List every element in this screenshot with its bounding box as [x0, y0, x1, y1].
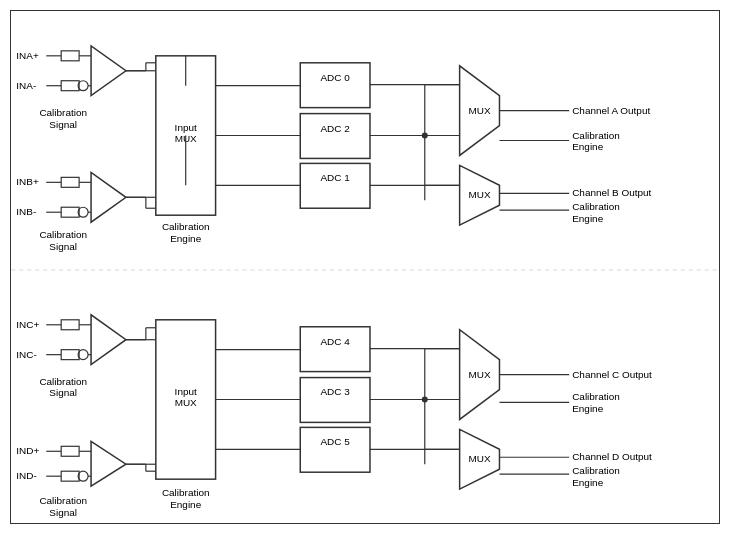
svg-marker-8	[91, 46, 126, 96]
cal-engine-b-label: Calibration	[572, 201, 620, 212]
adc0-label: ADC 0	[320, 72, 350, 83]
ina-plus-label: INA+	[16, 50, 39, 61]
svg-point-69	[422, 396, 428, 402]
cal-signal-b-label2: Signal	[49, 241, 77, 252]
svg-rect-25	[300, 114, 370, 159]
cal-engine-bot-mux-label2: Engine	[170, 499, 201, 510]
svg-rect-63	[300, 378, 370, 423]
channel-c-output-label: Channel C Output	[572, 369, 652, 380]
ina-minus-label: INA-	[16, 80, 36, 91]
cal-signal-d-label: Calibration	[39, 495, 87, 506]
svg-marker-56	[91, 441, 126, 486]
svg-rect-14	[61, 207, 79, 217]
svg-marker-47	[91, 315, 126, 365]
cal-engine-bot-mux-label: Calibration	[162, 487, 210, 498]
cal-engine-d-label: Calibration	[572, 465, 620, 476]
svg-rect-11	[61, 177, 79, 187]
svg-rect-53	[61, 471, 79, 481]
adc4-label: ADC 4	[320, 336, 350, 347]
cal-engine-c-label2: Engine	[572, 403, 603, 414]
svg-rect-26	[300, 163, 370, 208]
ind-plus-label: IND+	[16, 445, 39, 456]
cal-engine-top-mux-label: Calibration	[162, 221, 210, 232]
mux-d-label: MUX	[468, 453, 490, 464]
svg-rect-62	[300, 327, 370, 372]
svg-point-31	[422, 133, 428, 139]
diagram-container: INA+ INA- Calibration Signal INB+ INB-	[10, 10, 720, 524]
channel-d-output-label: Channel D Output	[572, 451, 652, 462]
cal-signal-c-label: Calibration	[39, 376, 87, 387]
channel-b-output-label: Channel B Output	[572, 187, 651, 198]
input-mux-bot-label2: MUX	[175, 397, 197, 408]
cal-signal-d-label2: Signal	[49, 507, 77, 518]
adc2-label: ADC 2	[320, 123, 350, 134]
cal-signal-a-label2: Signal	[49, 119, 77, 130]
svg-rect-2	[61, 51, 79, 61]
ind-minus-label: IND-	[16, 470, 36, 481]
cal-engine-c-label: Calibration	[572, 391, 620, 402]
input-mux-bot-label: Input	[175, 386, 197, 397]
cal-signal-a-label: Calibration	[39, 107, 87, 118]
svg-rect-50	[61, 446, 79, 456]
inc-plus-label: INC+	[16, 319, 39, 330]
svg-rect-64	[300, 427, 370, 472]
svg-rect-44	[61, 350, 79, 360]
cal-engine-b-label2: Engine	[572, 213, 603, 224]
adc5-label: ADC 5	[320, 436, 350, 447]
svg-rect-24	[300, 63, 370, 108]
cal-engine-a-label: Calibration	[572, 130, 620, 141]
cal-engine-a-label2: Engine	[572, 141, 603, 152]
inb-plus-label: INB+	[16, 176, 39, 187]
cal-signal-b-label: Calibration	[39, 229, 87, 240]
mux-a-label: MUX	[468, 105, 490, 116]
mux-c-label: MUX	[468, 369, 490, 380]
inb-minus-label: INB-	[16, 206, 36, 217]
cal-engine-top-mux-label2: Engine	[170, 233, 201, 244]
svg-rect-41	[61, 320, 79, 330]
cal-engine-d-label2: Engine	[572, 477, 603, 488]
adc1-label: ADC 1	[320, 172, 350, 183]
inc-minus-label: INC-	[16, 349, 36, 360]
adc3-label: ADC 3	[320, 386, 350, 397]
svg-marker-17	[91, 172, 126, 222]
cal-signal-c-label2: Signal	[49, 387, 77, 398]
channel-a-output-label: Channel A Output	[572, 105, 650, 116]
input-mux-top-label: Input	[175, 122, 197, 133]
svg-rect-5	[61, 81, 79, 91]
mux-b-label: MUX	[468, 189, 490, 200]
